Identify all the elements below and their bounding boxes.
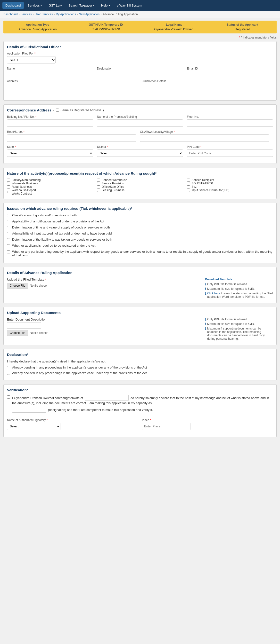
app-filed-for-label: Application Filed For *	[7, 52, 56, 55]
nav-eway-bill[interactable]: e-Way Bill System	[114, 2, 145, 9]
nav-search-taxpayer[interactable]: Search Taxpayer ▾	[66, 2, 97, 9]
nature-checkbox-7[interactable]	[97, 185, 100, 188]
app-header-col-3: Status of the Applicant Registered	[208, 23, 277, 31]
decl-label-1: Already decided in any proceedings in th…	[12, 371, 147, 375]
verification-checkbox[interactable]	[7, 396, 10, 398]
issue-item-6: Whether any particular thing done by the…	[7, 250, 273, 257]
same-addr-checkbox[interactable]	[56, 108, 59, 112]
info-item-1: ℹ Maximum file size for upload is 5MB.	[205, 287, 273, 291]
click-here-link[interactable]: Click here	[207, 292, 220, 295]
declaration-intro: I hereby declare that the question(s) ra…	[7, 360, 273, 363]
support-info-text-2: Maximum 4 supporting documents can be at…	[207, 327, 273, 340]
road-input[interactable]	[7, 134, 136, 142]
support-choose-file-button[interactable]: Choose File	[7, 330, 28, 336]
breadcrumb-user-services[interactable]: User Services	[35, 12, 53, 16]
nature-col-1: Bonded Warehouse Service Provision Offic…	[97, 178, 183, 195]
floor-label: Floor No.	[187, 115, 273, 118]
decl-checkbox-0[interactable]	[7, 366, 10, 369]
place-input[interactable]	[142, 423, 191, 430]
support-upload-row: Enter Document Description Choose File N…	[7, 318, 273, 342]
decl-checkbox-1[interactable]	[7, 372, 10, 375]
breadcrumb-services[interactable]: Services	[21, 12, 32, 16]
breadcrumb-dashboard[interactable]: Dashboard	[4, 12, 18, 16]
issue-checkbox-3[interactable]	[7, 232, 10, 235]
corr-addr-header: Correspondence Address ( Same as Registe…	[7, 108, 273, 112]
gstin-label: GSTIN/UIN/Temporary ID	[72, 23, 140, 28]
chevron-down-icon: ▾	[93, 4, 94, 7]
verif-designation-input[interactable]	[12, 407, 46, 412]
verif-name-input[interactable]	[85, 395, 128, 401]
floor-input[interactable]	[187, 120, 273, 127]
nature-checkbox-4[interactable]	[7, 192, 10, 195]
nature-col-2: Service Recipient EOU/STP/EHTP Sez Input…	[187, 178, 273, 195]
nav-gst-law[interactable]: GST Law	[46, 2, 65, 9]
nature-checkbox-11[interactable]	[187, 185, 190, 188]
nature-label-7: Office/Sale Office	[102, 185, 124, 188]
issue-checkbox-6[interactable]	[7, 250, 10, 254]
nav-services[interactable]: Services ▾	[25, 2, 45, 9]
choose-file-button[interactable]: Choose File	[7, 283, 28, 288]
nature-checkbox-3[interactable]	[7, 189, 10, 192]
issue-label-4: Determination of the liability to pay ta…	[12, 238, 112, 241]
chevron-down-icon: ▾	[41, 4, 42, 7]
state-select[interactable]: Select	[7, 150, 93, 157]
building-input[interactable]	[7, 120, 93, 127]
app-filed-for-select[interactable]: SGST	[7, 56, 56, 64]
nature-checkbox-9[interactable]	[187, 178, 190, 182]
breadcrumb-new-application[interactable]: New Application	[79, 12, 99, 16]
support-info-text-1: Maximum file size for upload is 5MB.	[207, 322, 254, 326]
district-label: District *	[97, 145, 183, 148]
nature-checkbox-8[interactable]	[97, 189, 100, 192]
nav-dashboard[interactable]: Dashboard	[3, 2, 24, 9]
info-icon-2: ℹ	[205, 292, 206, 295]
issue-checkbox-2[interactable]	[7, 226, 10, 229]
file-input-row: Choose File No file chosen	[7, 283, 200, 288]
city-input[interactable]	[140, 134, 269, 142]
district-select[interactable]: Select	[97, 150, 183, 157]
nature-label-6: Service Provision	[102, 182, 124, 185]
support-no-file-text: No file chosen	[30, 331, 48, 334]
state-label: State *	[7, 145, 93, 148]
nature-checkbox-1[interactable]	[7, 182, 10, 185]
juris-designation-label: Designation	[97, 67, 183, 70]
breadcrumb-my-applications[interactable]: My Applications	[56, 12, 76, 16]
app-type-label: Application Type	[4, 23, 72, 28]
issue-checkbox-4[interactable]	[7, 238, 10, 241]
nav-help[interactable]: Help ▾	[98, 2, 113, 9]
premises-input[interactable]	[97, 120, 183, 127]
nature-item-0: Factory/Manufacturing	[7, 178, 93, 182]
issue-checkbox-0[interactable]	[7, 214, 10, 217]
verification-text-row: I Gyanendra Prakash Dwivedi son/daughter…	[7, 395, 273, 415]
nature-checkbox-12[interactable]	[187, 189, 190, 192]
juris-name-value	[7, 71, 93, 76]
support-info-icon-0: ℹ	[205, 318, 206, 321]
support-upload-right: ℹ Only PDF file format is allowed. ℹ Max…	[205, 318, 273, 342]
info-text-1: Maximum file size for upload is 5MB.	[207, 287, 254, 290]
juris-email-value	[187, 71, 273, 76]
issue-item-2: Determination of time and value of suppl…	[7, 226, 273, 229]
pin-input[interactable]	[187, 150, 273, 157]
nature-item-9: Service Recipient	[187, 178, 273, 182]
doc-desc-input[interactable]	[7, 322, 41, 328]
verification-section: Verification* I Gyanendra Prakash Dwived…	[4, 384, 276, 437]
supporting-docs-title: Upload Supporting Documents	[7, 310, 273, 315]
download-template-link[interactable]: Download Template	[205, 278, 232, 281]
nature-label-5: Bonded Warehouse	[102, 178, 127, 182]
advance-ruling-section: Details of Advance Ruling Application Up…	[4, 267, 276, 303]
support-file-input-row: Choose File No file chosen	[7, 330, 200, 336]
nature-checkbox-10[interactable]	[187, 182, 190, 185]
support-info-2: ℹ Maximum 4 supporting documents can be …	[205, 327, 273, 340]
nature-checkbox-0[interactable]	[7, 178, 10, 182]
no-file-text: No file chosen	[30, 284, 48, 287]
issue-checkbox-1[interactable]	[7, 220, 10, 223]
place-label: Place *	[142, 418, 273, 422]
app-header-col-1: GSTIN/UIN/Temporary ID 05ALYPD6528P1ZB	[72, 23, 140, 31]
nature-checkbox-5[interactable]	[97, 178, 100, 182]
nature-checkbox-6[interactable]	[97, 182, 100, 185]
nature-checkbox-2[interactable]	[7, 185, 10, 188]
signatory-select[interactable]: Select	[7, 423, 60, 430]
support-upload-left: Enter Document Description Choose File N…	[7, 318, 200, 342]
legal-name-value: Gyanendra Prakash Dwivedi	[140, 28, 208, 31]
issue-checkbox-5[interactable]	[7, 244, 10, 248]
support-info-icon-1: ℹ	[205, 322, 206, 326]
